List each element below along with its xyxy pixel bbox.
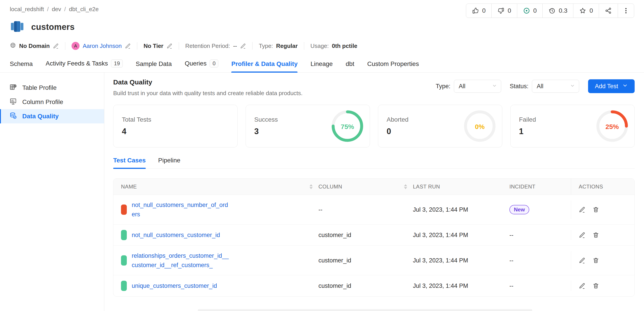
column-header-label: ACTIONS <box>579 184 603 190</box>
table-row: unique_customers_customer_id customer_id… <box>114 275 634 296</box>
sidebar-item-column-profile[interactable]: Column Profile <box>0 95 104 109</box>
tab-pipeline[interactable]: Pipeline <box>158 157 180 168</box>
column-cell: customer_id <box>318 282 413 290</box>
tab-lineage[interactable]: Lineage <box>310 60 333 72</box>
last-run-cell: Jul 3, 2023, 1:44 PM <box>413 282 510 290</box>
test-case-link[interactable]: not_null_customers_number_of_orders <box>132 200 230 219</box>
entity-meta-row: No Domain A Aaron Johnson No Tier <box>10 41 634 51</box>
name-cell: not_null_customers_number_of_orders <box>114 200 318 219</box>
column-header-actions: ACTIONS <box>571 179 634 195</box>
breadcrumb-service[interactable]: local_redshift <box>10 6 44 13</box>
column-header-name: NAME <box>114 184 318 190</box>
downvote-count: 0 <box>508 7 511 14</box>
card-label: Total Tests <box>122 116 237 123</box>
page: local_redshift / dev / dbt_cli_e2e 0 0 <box>0 0 644 311</box>
version-button[interactable]: 0.3 <box>542 4 573 18</box>
incident-badge[interactable]: New <box>510 205 529 214</box>
success-donut-gauge: 75% <box>331 110 364 142</box>
edit-domain-button[interactable] <box>53 43 59 49</box>
retention-label: Retention Period: <box>185 42 230 50</box>
sort-button[interactable] <box>310 184 313 189</box>
tab-test-cases[interactable]: Test Cases <box>113 157 146 168</box>
domain-label: No Domain <box>19 42 50 50</box>
tab-label: Profiler & Data Quality <box>231 60 298 68</box>
sidebar-item-table-profile[interactable]: Table Profile <box>0 81 104 95</box>
test-case-link[interactable]: unique_customers_customer_id <box>132 281 217 290</box>
type-filter-select[interactable]: All <box>454 80 501 93</box>
delete-test-button[interactable] <box>592 257 599 264</box>
version-number: 0.3 <box>559 7 567 14</box>
actions-cell <box>571 281 634 291</box>
sidebar-item-label: Data Quality <box>22 113 58 120</box>
share-button[interactable] <box>599 4 618 18</box>
incident-cell: -- <box>510 282 571 290</box>
breadcrumb-separator: / <box>64 6 66 13</box>
upvote-button[interactable]: 0 <box>466 4 492 18</box>
domain-item: No Domain <box>10 42 59 50</box>
column-header-label: LAST RUN <box>413 184 440 190</box>
actions-cell <box>571 230 634 240</box>
edit-test-button[interactable] <box>579 206 586 213</box>
tab-profiler-data-quality[interactable]: Profiler & Data Quality <box>231 60 298 72</box>
delete-test-button[interactable] <box>592 282 599 289</box>
downvote-button[interactable]: 0 <box>491 4 517 18</box>
entity-tabs: Schema Activity Feeds & Tasks19 Sample D… <box>0 58 644 73</box>
delete-test-button[interactable] <box>592 232 599 238</box>
chevron-down-icon <box>492 83 497 90</box>
history-icon <box>548 7 556 14</box>
edit-owner-button[interactable] <box>125 43 131 49</box>
circle-dot-icon <box>523 7 530 14</box>
type-filter-label: Type: <box>436 83 450 90</box>
caret-up-icon <box>310 184 313 186</box>
summary-card-total: Total Tests 4 <box>113 105 238 148</box>
breadcrumb-schema[interactable]: dbt_cli_e2e <box>69 6 99 13</box>
test-case-link[interactable]: not_null_customers_customer_id <box>132 230 220 240</box>
tab-queries[interactable]: Queries0 <box>185 60 218 72</box>
breadcrumb-database[interactable]: dev <box>52 6 61 13</box>
section-description: Build trust in your data with quality te… <box>113 89 302 97</box>
tab-custom-properties[interactable]: Custom Properties <box>367 60 419 72</box>
data-quality-heading-block: Data Quality Build trust in your data wi… <box>113 78 302 97</box>
upvote-count: 0 <box>482 7 486 14</box>
share-icon <box>605 7 612 14</box>
add-test-button[interactable]: Add Test <box>588 79 635 93</box>
retention-value: -- <box>233 42 237 50</box>
name-cell: unique_customers_customer_id <box>114 281 318 291</box>
star-button[interactable]: 0 <box>573 4 599 18</box>
column-header-label: NAME <box>121 184 137 190</box>
kebab-icon <box>622 7 630 14</box>
delete-test-button[interactable] <box>592 206 599 213</box>
status-filter-label: Status: <box>510 83 528 90</box>
edit-test-button[interactable] <box>579 257 586 264</box>
tab-schema[interactable]: Schema <box>10 60 33 72</box>
usage-item: Usage: 0th pctile <box>310 42 358 50</box>
svg-text:25%: 25% <box>606 123 619 130</box>
test-cases-table: NAME COLUMN LAST RUN INCIDENT ACTIONS <box>113 178 635 296</box>
summary-cards: Total Tests 4 Success 3 75% Aborted 0 <box>113 105 635 148</box>
sort-button[interactable] <box>404 184 407 189</box>
edit-retention-button[interactable] <box>240 43 246 49</box>
tab-dbt[interactable]: dbt <box>346 60 354 72</box>
partially-visible-element <box>198 309 532 311</box>
star-count: 0 <box>590 7 593 14</box>
tab-sample-data[interactable]: Sample Data <box>136 60 172 72</box>
more-menu-button[interactable] <box>618 4 634 18</box>
status-filter-select[interactable]: All <box>532 80 579 93</box>
tab-activity-feeds[interactable]: Activity Feeds & Tasks19 <box>46 60 123 72</box>
sidebar-item-data-quality[interactable]: Data Quality <box>0 109 104 124</box>
edit-test-button[interactable] <box>579 282 586 289</box>
tab-label: Queries <box>185 60 206 67</box>
edit-test-button[interactable] <box>579 232 586 238</box>
caret-up-icon <box>404 184 407 186</box>
edit-tier-button[interactable] <box>166 43 172 49</box>
table-row: not_null_customers_number_of_orders -- J… <box>114 195 634 224</box>
owner-link[interactable]: Aaron Johnson <box>83 42 122 50</box>
test-tabs: Test Cases Pipeline <box>113 157 635 169</box>
body: Table Profile Column Profile Data Qualit… <box>0 73 644 311</box>
tasks-button[interactable]: 0 <box>517 4 542 18</box>
summary-card-aborted: Aborted 0 0% <box>378 105 502 148</box>
caret-down-icon <box>310 187 313 189</box>
last-run-cell: Jul 3, 2023, 1:44 PM <box>413 257 510 264</box>
test-case-link[interactable]: relationships_orders_customer_id__custom… <box>132 251 230 270</box>
incident-cell: -- <box>510 257 571 264</box>
